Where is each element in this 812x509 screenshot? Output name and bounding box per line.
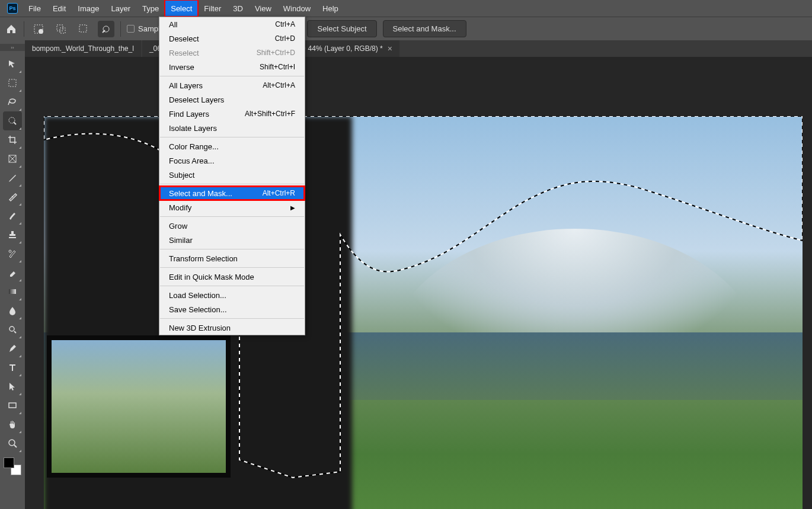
menu-item-shortcut: Shift+Ctrl+I bbox=[260, 63, 295, 71]
menu-item-grow[interactable]: Grow bbox=[159, 219, 305, 233]
select-and-mask-button[interactable]: Select and Mask... bbox=[383, 20, 466, 37]
menu-item-shortcut: Alt+Ctrl+A bbox=[263, 81, 295, 89]
tool-path-select[interactable] bbox=[3, 377, 22, 396]
menu-type[interactable]: Type bbox=[136, 0, 165, 17]
canvas-area bbox=[25, 57, 812, 509]
menu-item-isolate-layers[interactable]: Isolate Layers bbox=[159, 121, 305, 135]
menu-separator bbox=[160, 137, 304, 137]
tool-eyedropper[interactable] bbox=[3, 168, 22, 187]
svg-point-1 bbox=[39, 29, 43, 34]
tool-zoom[interactable] bbox=[3, 434, 22, 453]
menu-item-label: Grow bbox=[169, 222, 187, 231]
menu-item-edit-in-quick-mask-mode[interactable]: Edit in Quick Mask Mode bbox=[159, 270, 305, 284]
tool-crop[interactable] bbox=[3, 130, 22, 149]
menu-item-modify[interactable]: Modify▶ bbox=[159, 200, 305, 215]
menu-file[interactable]: File bbox=[23, 0, 47, 17]
tab-label: bompom._World_Through_the_l bbox=[32, 44, 134, 53]
menu-item-label: Similar bbox=[169, 236, 193, 245]
brush-preset-icon[interactable] bbox=[98, 21, 114, 37]
menu-edit[interactable]: Edit bbox=[47, 0, 72, 17]
menu-item-select-and-mask[interactable]: Select and Mask...Alt+Ctrl+R bbox=[159, 186, 305, 200]
menu-item-label: Reselect bbox=[169, 49, 199, 57]
menu-window[interactable]: Window bbox=[277, 0, 317, 17]
tool-frame[interactable] bbox=[3, 149, 22, 168]
menu-item-label: Focus Area... bbox=[169, 156, 215, 165]
app-icon: Ps bbox=[7, 3, 18, 14]
tool-quick-select[interactable] bbox=[3, 111, 22, 130]
menu-item-reselect: ReselectShift+Ctrl+D bbox=[159, 46, 305, 60]
menu-view[interactable]: View bbox=[249, 0, 277, 17]
document-tab[interactable]: bompom._World_Through_the_l bbox=[25, 40, 141, 57]
menu-item-label: Isolate Layers bbox=[169, 124, 217, 133]
menu-item-focus-area[interactable]: Focus Area... bbox=[159, 153, 305, 168]
add-selection-icon[interactable] bbox=[53, 21, 69, 37]
menu-item-transform-selection[interactable]: Transform Selection bbox=[159, 251, 305, 265]
options-bar: Sample All Layers Auto-Enhance Select Su… bbox=[0, 17, 812, 40]
menu-image[interactable]: Image bbox=[72, 0, 105, 17]
svg-point-11 bbox=[9, 326, 14, 331]
menu-item-label: New 3D Extrusion bbox=[169, 324, 231, 332]
svg-rect-12 bbox=[9, 403, 16, 408]
tool-dodge[interactable] bbox=[3, 320, 22, 339]
menu-item-label: Color Range... bbox=[169, 142, 219, 151]
panel-collapse[interactable]: ›› bbox=[0, 44, 25, 51]
menu-item-shortcut: Alt+Shift+Ctrl+F bbox=[245, 110, 295, 118]
svg-point-13 bbox=[9, 440, 15, 446]
menu-item-deselect-layers[interactable]: Deselect Layers bbox=[159, 92, 305, 107]
menu-item-new-3d-extrusion[interactable]: New 3D Extrusion bbox=[159, 321, 305, 335]
select-subject-button[interactable]: Select Subject bbox=[307, 20, 376, 37]
menu-filter[interactable]: Filter bbox=[198, 0, 227, 17]
tool-move[interactable] bbox=[3, 55, 22, 73]
menu-separator bbox=[160, 249, 304, 249]
menu-item-shortcut: Ctrl+A bbox=[275, 20, 295, 28]
menu-item-subject[interactable]: Subject bbox=[159, 168, 305, 182]
tool-rectangle[interactable] bbox=[3, 396, 22, 415]
document-canvas[interactable] bbox=[44, 116, 803, 509]
menu-item-load-selection[interactable]: Load Selection... bbox=[159, 288, 305, 302]
tool-history-brush[interactable] bbox=[3, 244, 22, 263]
tool-type[interactable] bbox=[3, 358, 22, 377]
menu-help[interactable]: Help bbox=[317, 0, 344, 17]
menu-item-label: Deselect Layers bbox=[169, 95, 224, 104]
menu-separator bbox=[160, 267, 304, 268]
menu-item-save-selection[interactable]: Save Selection... bbox=[159, 302, 305, 316]
menu-item-all-layers[interactable]: All LayersAlt+Ctrl+A bbox=[159, 78, 305, 92]
tool-eraser[interactable] bbox=[3, 263, 22, 282]
tool-hand[interactable] bbox=[3, 415, 22, 434]
submenu-arrow-icon: ▶ bbox=[290, 204, 295, 211]
tool-marquee[interactable] bbox=[3, 73, 22, 92]
subtract-selection-icon[interactable] bbox=[75, 21, 92, 37]
tool-healing[interactable] bbox=[3, 187, 22, 206]
svg-rect-10 bbox=[9, 289, 16, 294]
menu-item-label: Edit in Quick Mask Mode bbox=[169, 273, 254, 281]
tool-pen[interactable] bbox=[3, 339, 22, 358]
tool-gradient[interactable] bbox=[3, 282, 22, 301]
menu-item-similar[interactable]: Similar bbox=[159, 233, 305, 247]
svg-point-9 bbox=[9, 250, 11, 252]
tool-brush[interactable] bbox=[3, 206, 22, 225]
menu-item-find-layers[interactable]: Find LayersAlt+Shift+Ctrl+F bbox=[159, 107, 305, 121]
menu-3d[interactable]: 3D bbox=[227, 0, 249, 17]
svg-rect-6 bbox=[9, 79, 16, 87]
home-icon[interactable] bbox=[5, 23, 18, 36]
new-selection-icon[interactable] bbox=[30, 21, 47, 37]
foreground-background-swatch[interactable] bbox=[4, 457, 21, 475]
menu-item-inverse[interactable]: InverseShift+Ctrl+I bbox=[159, 60, 305, 74]
menu-item-label: Save Selection... bbox=[169, 305, 227, 314]
menu-item-color-range[interactable]: Color Range... bbox=[159, 139, 305, 153]
menu-item-label: Modify bbox=[169, 203, 191, 212]
menu-item-all[interactable]: AllCtrl+A bbox=[159, 17, 305, 31]
menu-select[interactable]: Select bbox=[165, 0, 198, 17]
tool-lasso[interactable] bbox=[3, 92, 22, 111]
svg-rect-4 bbox=[79, 25, 87, 32]
menu-item-shortcut: Shift+Ctrl+D bbox=[257, 49, 295, 57]
tool-panel: ›› bbox=[0, 40, 25, 509]
tool-blur[interactable] bbox=[3, 301, 22, 320]
menu-item-deselect[interactable]: DeselectCtrl+D bbox=[159, 31, 305, 46]
menu-layer[interactable]: Layer bbox=[106, 0, 137, 17]
menu-separator bbox=[160, 184, 304, 184]
close-icon[interactable]: × bbox=[388, 44, 392, 53]
menu-item-label: Subject bbox=[169, 171, 194, 180]
tool-stamp[interactable] bbox=[3, 225, 22, 244]
menu-separator bbox=[160, 286, 304, 286]
